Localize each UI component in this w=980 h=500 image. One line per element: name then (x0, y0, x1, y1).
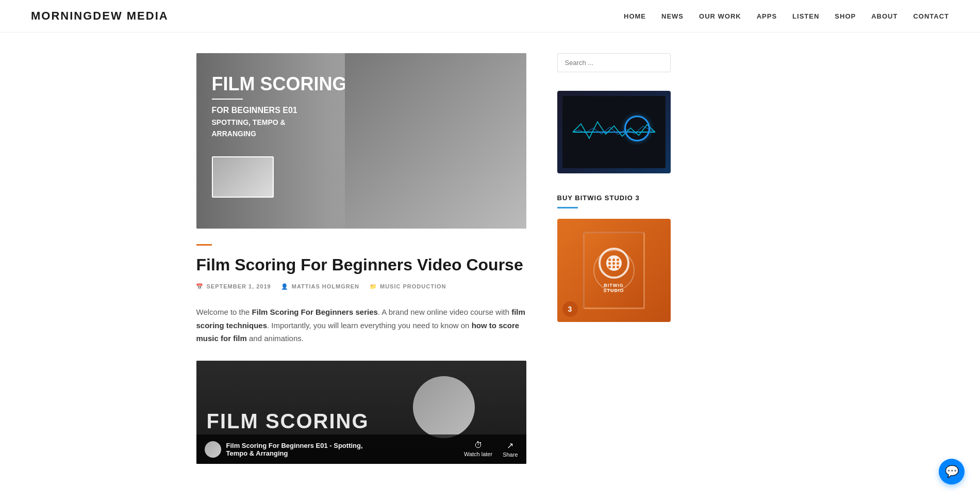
bitwig-screen-visual (562, 96, 666, 168)
folder-icon: 📁 (370, 283, 377, 290)
bitwig-dot-5 (612, 262, 615, 265)
hero-inset-inner (213, 157, 273, 197)
bitwig-waveform (573, 110, 655, 154)
share-icon: ↗ (507, 441, 513, 450)
bitwig-dot-3 (617, 259, 619, 261)
bitwig-dot-7 (608, 266, 611, 268)
article-category[interactable]: MUSIC PRODUCTION (380, 283, 446, 289)
article-author: MATTIAS HOLMGREN (292, 283, 359, 289)
watch-later-label: Watch later (464, 451, 492, 457)
hero-subtitle3: ARRANGING (212, 130, 347, 138)
video-action-buttons: ⏱ Watch later ↗ Share (464, 441, 518, 458)
nav-our-work[interactable]: OUR WORK (699, 12, 741, 20)
bitwig-logo-circle (599, 248, 629, 279)
article-meta: 📅 SEPTEMBER 1, 2019 👤 MATTIAS HOLMGREN 📁… (196, 283, 526, 290)
article-separator (196, 244, 212, 246)
bitwig-dots-grid (608, 259, 620, 268)
nav-listen[interactable]: LISTEN (792, 12, 819, 20)
hero-person-image (345, 53, 526, 229)
daw-software-ad-image[interactable] (557, 91, 671, 173)
meta-date: 📅 SEPTEMBER 1, 2019 (196, 283, 271, 290)
nav-apps[interactable]: APPS (757, 12, 777, 20)
nav-news[interactable]: NEWS (661, 12, 684, 20)
watch-later-button[interactable]: ⏱ Watch later (464, 441, 492, 457)
hero-underline (212, 99, 243, 100)
nav-home[interactable]: HOME (624, 12, 646, 20)
hero-subtitle2: SPOTTING, TEMPO & (212, 118, 347, 126)
video-face-thumbnail (413, 376, 475, 438)
meta-category: 📁 MUSIC PRODUCTION (370, 283, 446, 290)
main-content: FILM SCORING FOR BEGINNERS E01 SPOTTING,… (196, 53, 526, 464)
bitwig-product-image[interactable]: BITWIGSTUDIO 3 (557, 219, 671, 322)
share-button[interactable]: ↗ Share (503, 441, 518, 458)
article-body: Welcome to the Film Scoring For Beginner… (196, 305, 526, 345)
bitwig-dot-6 (617, 262, 619, 265)
article-intro-paragraph: Welcome to the Film Scoring For Beginner… (196, 305, 526, 345)
messenger-button[interactable]: 💬 (939, 459, 965, 485)
waveform-circle (624, 116, 650, 141)
sidebar-title-underline (557, 207, 578, 208)
avatar-image (205, 441, 221, 458)
sidebar-section-title: BUY BITWIG STUDIO 3 (557, 194, 671, 202)
person-icon: 👤 (281, 283, 289, 290)
calendar-icon: 📅 (196, 283, 204, 290)
meta-author: 👤 MATTIAS HOLMGREN (281, 283, 359, 290)
page-container: FILM SCORING FOR BEGINNERS E01 SPOTTING,… (181, 53, 800, 464)
site-logo[interactable]: MORNINGDEW MEDIA (31, 9, 169, 23)
bitwig-dot-1 (608, 259, 611, 261)
share-label: Share (503, 451, 518, 458)
search-input[interactable] (557, 53, 671, 72)
video-channel-avatar (205, 441, 221, 458)
bitwig-dot-8 (612, 266, 615, 268)
video-bg-text: FILM SCORING (207, 410, 369, 433)
hero-subtitle1: FOR BEGINNERS E01 (212, 106, 347, 115)
sidebar: BUY BITWIG STUDIO 3 (557, 53, 671, 464)
video-embed[interactable]: FILM SCORING Film Scoring For Beginners … (196, 361, 526, 464)
bitwig-version-badge: 3 (562, 301, 578, 317)
bitwig-logo-inner (606, 255, 622, 271)
messenger-icon: 💬 (945, 465, 959, 478)
bitwig-box: BITWIGSTUDIO (583, 232, 645, 309)
site-header: MORNINGDEW MEDIA HOME NEWS OUR WORK APPS… (0, 0, 980, 33)
bitwig-dot-4 (608, 262, 611, 265)
article-bold-series: Film Scoring For Beginners series (252, 308, 378, 316)
hero-title: FILM SCORING (212, 74, 347, 94)
hero-inset-video (212, 156, 274, 198)
bitwig-dot-9 (617, 266, 619, 268)
video-info: Film Scoring For Beginners E01 - Spottin… (205, 441, 381, 458)
bitwig-dot-2 (612, 259, 615, 261)
nav-shop[interactable]: SHOP (835, 12, 856, 20)
article-date: SEPTEMBER 1, 2019 (207, 283, 271, 289)
watch-later-icon: ⏱ (474, 441, 483, 450)
video-controls-bar: Film Scoring For Beginners E01 - Spottin… (196, 434, 526, 464)
main-nav: HOME NEWS OUR WORK APPS LISTEN SHOP ABOU… (624, 12, 949, 20)
video-title: Film Scoring For Beginners E01 - Spottin… (226, 442, 381, 457)
nav-about[interactable]: ABOUT (871, 12, 898, 20)
hero-image: FILM SCORING FOR BEGINNERS E01 SPOTTING,… (196, 53, 526, 229)
article-title: Film Scoring For Beginners Video Course (196, 255, 526, 275)
nav-contact[interactable]: CONTACT (913, 12, 949, 20)
hero-text: FILM SCORING FOR BEGINNERS E01 SPOTTING,… (212, 74, 347, 141)
